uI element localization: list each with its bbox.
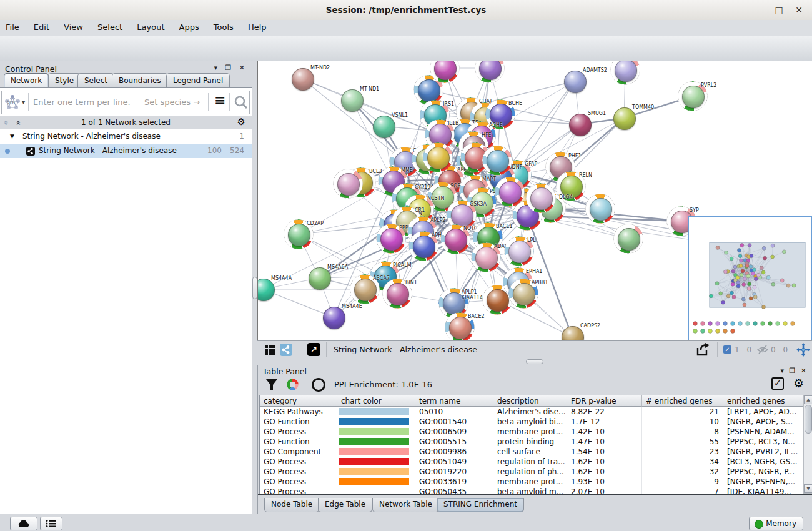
string-source-caret-icon[interactable]: ▾ — [22, 99, 25, 106]
network-node[interactable] — [613, 107, 636, 130]
string-species-label[interactable]: Set species → — [144, 97, 200, 107]
ring-chart-icon[interactable] — [312, 378, 325, 392]
close-panel-icon[interactable]: ✕ — [239, 64, 245, 72]
network-node[interactable] — [564, 71, 587, 93]
panel-menu-icon[interactable]: ▾ — [214, 64, 217, 72]
network-node[interactable] — [569, 114, 592, 136]
string-options-icon[interactable]: ≡ — [214, 92, 225, 108]
menu-apps[interactable]: Apps — [174, 20, 205, 32]
menu-layout[interactable]: Layout — [131, 20, 170, 32]
table-row[interactable]: GO ProcessGO:0033619membrane prot...1.93… — [260, 477, 804, 487]
network-node[interactable] — [475, 247, 498, 269]
column-header-genes[interactable]: enriched genes — [723, 395, 804, 407]
export-network-icon[interactable] — [696, 343, 711, 357]
network-node[interactable] — [292, 68, 314, 91]
string-search-bar[interactable]: STR ▾ Enter one term per line. Set speci… — [1, 91, 250, 114]
network-node[interactable] — [309, 267, 331, 290]
select-all-checkbox-icon[interactable]: ✓ — [771, 377, 784, 390]
menu-file[interactable]: File — [0, 20, 25, 32]
tree-collapse-icon[interactable]: ▼ — [10, 129, 14, 144]
network-node[interactable] — [513, 283, 535, 305]
network-row-selected[interactable]: String Network - Alzheimer's disease 100… — [0, 144, 252, 158]
table-row[interactable]: GO FunctionGO:0001540beta-amyloid bi...1… — [260, 417, 804, 427]
column-header-category[interactable]: category — [260, 395, 337, 407]
splitter-handle[interactable] — [252, 277, 257, 299]
task-history-button[interactable] — [40, 517, 62, 530]
network-node[interactable] — [373, 116, 395, 138]
scroll-up-icon[interactable]: ▲ — [804, 395, 812, 404]
close-button[interactable]: ✕ — [790, 0, 808, 20]
table-row[interactable]: GO FunctionGO:0005515protein binding1.47… — [260, 437, 804, 447]
menu-edit[interactable]: Edit — [28, 20, 55, 32]
network-view[interactable]: MT-ND2MT-ND1VSNL1GAB2ADAMTS2PVRL2TOMM40S… — [257, 61, 812, 341]
float-panel-icon[interactable]: ❐ — [225, 64, 231, 72]
pan-navigate-icon[interactable] — [796, 342, 811, 357]
network-node[interactable] — [387, 283, 409, 305]
string-view-icon[interactable] — [280, 344, 292, 356]
enrichment-table[interactable]: categorychart colorterm namedescriptionF… — [259, 395, 805, 495]
network-options-gear-icon[interactable]: ⚙ — [237, 116, 245, 127]
network-node[interactable] — [449, 317, 472, 339]
panel-menu-icon[interactable]: ▾ — [780, 367, 784, 375]
network-node[interactable] — [354, 279, 377, 301]
horizontal-splitter[interactable] — [257, 358, 812, 365]
table-scrollbar[interactable]: ▲ ▼ — [803, 395, 812, 494]
tab-network-table[interactable]: Network Table — [372, 498, 439, 512]
network-node[interactable] — [337, 173, 360, 196]
cloud-tasks-button[interactable] — [10, 517, 37, 530]
tab-string-enrichment[interactable]: STRING Enrichment — [437, 498, 524, 512]
column-header-term[interactable]: term name — [415, 395, 493, 407]
close-panel-icon[interactable]: ✕ — [801, 367, 806, 375]
network-node[interactable] — [288, 224, 310, 246]
table-row[interactable]: KEGG Pathways05010Alzheimer's dise...8.8… — [260, 407, 804, 417]
network-node[interactable] — [487, 150, 509, 172]
network-node[interactable] — [380, 228, 403, 251]
network-node[interactable] — [499, 181, 522, 204]
table-row[interactable]: GO ProcessGO:0019220regulation of ph...1… — [260, 467, 804, 477]
network-node[interactable] — [323, 307, 345, 329]
column-header-count[interactable]: # enriched genes — [642, 395, 723, 407]
network-node[interactable] — [413, 236, 435, 258]
string-search-icon[interactable] — [234, 96, 248, 109]
minimize-button[interactable]: – — [748, 0, 767, 20]
menu-select[interactable]: Select — [92, 20, 128, 32]
tab-network[interactable]: Network — [4, 73, 49, 87]
scroll-down-icon[interactable]: ▼ — [804, 484, 812, 493]
network-node[interactable] — [487, 289, 509, 312]
network-collection-row[interactable]: ▼ String Network - Alzheimer's disease 1 — [0, 129, 252, 144]
menu-help[interactable]: Help — [242, 20, 272, 32]
scrollbar-thumb[interactable] — [805, 405, 812, 434]
column-header-color[interactable]: chart color — [337, 395, 415, 407]
table-row[interactable]: GO ComponentGO:0009986cell surface1.54E-… — [260, 447, 804, 457]
filter-icon[interactable] — [265, 379, 278, 391]
network-node[interactable] — [418, 79, 440, 102]
grid-view-icon[interactable] — [265, 345, 275, 355]
tab-legend-panel[interactable]: Legend Panel — [166, 73, 230, 87]
chart-settings-icon[interactable] — [287, 379, 299, 390]
memory-button[interactable]: Memory — [749, 517, 803, 530]
expand-all-icon[interactable]: » — [13, 120, 22, 125]
tab-select[interactable]: Select — [77, 73, 114, 87]
float-panel-icon[interactable]: ❐ — [789, 367, 795, 375]
column-header-fdr[interactable]: FDR p-value — [567, 395, 642, 407]
tab-style[interactable]: Style — [48, 73, 81, 87]
vertical-splitter[interactable] — [252, 61, 257, 514]
table-settings-gear-icon[interactable]: ⚙ — [793, 376, 804, 390]
maximize-button[interactable]: □ — [770, 0, 788, 20]
table-row[interactable]: GO ProcessGO:0006509membrane prot...1.42… — [260, 427, 804, 437]
network-node[interactable] — [682, 86, 705, 108]
column-header-description[interactable]: description — [493, 395, 567, 407]
network-node[interactable] — [341, 89, 364, 112]
string-logo-icon[interactable]: STR — [4, 94, 21, 111]
collapse-all-icon[interactable]: » — [2, 120, 11, 125]
network-node[interactable] — [445, 229, 467, 251]
table-row[interactable]: GO ProcessGO:0051049regulation of tra...… — [260, 457, 804, 467]
network-node[interactable] — [530, 187, 553, 210]
tab-boundaries[interactable]: Boundaries — [112, 73, 168, 87]
string-query-placeholder[interactable]: Enter one term per line. — [33, 97, 131, 107]
splitter-handle[interactable] — [526, 359, 543, 364]
menu-tools[interactable]: Tools — [208, 20, 239, 32]
network-node[interactable] — [451, 204, 473, 227]
network-node[interactable] — [427, 147, 450, 169]
network-node[interactable] — [508, 241, 531, 263]
